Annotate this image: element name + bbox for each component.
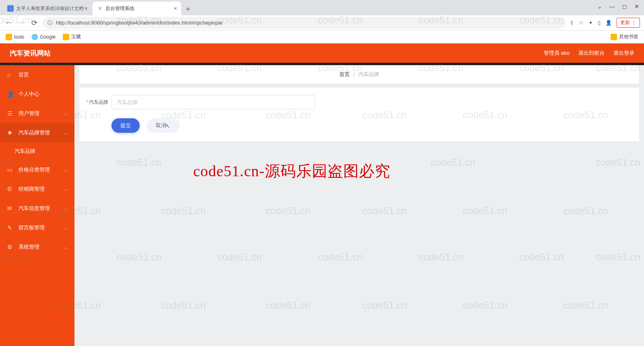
close-icon[interactable]: × xyxy=(85,5,88,12)
home-icon: ⌂ xyxy=(7,72,14,78)
field-label: *汽车品牌 xyxy=(85,99,111,106)
message-icon: ✎ xyxy=(7,224,14,231)
bookmarks-bar: tools 🌐Google 宝藏 其他书签 xyxy=(0,31,644,43)
breadcrumb-current: 汽车品牌 xyxy=(358,71,379,77)
brand-input[interactable] xyxy=(111,95,315,109)
share-icon[interactable]: ⇪ xyxy=(570,20,574,26)
chevron-down-icon: ⌄ xyxy=(64,111,67,116)
app-header: 汽车资讯网站 管理员 abo 退出到前台 退出登录 xyxy=(0,43,644,63)
sidebar-item-system[interactable]: ⚙系统管理⌄ xyxy=(0,237,74,257)
favicon-icon: ▫ xyxy=(7,5,14,12)
favicon-icon: V xyxy=(97,5,103,12)
reload-button[interactable]: ⟳ xyxy=(30,19,39,27)
breadcrumb-card: 首页 / 汽车品牌 xyxy=(79,65,639,84)
info-icon: ⓘ xyxy=(47,19,53,27)
profile-icon[interactable]: 👤 xyxy=(605,20,612,26)
user-icon: 👤 xyxy=(7,91,14,97)
list-icon: ☰ xyxy=(7,110,14,117)
maximize-icon[interactable]: ◻ xyxy=(622,3,627,10)
app-brand: 汽车资讯网站 xyxy=(10,49,51,58)
star-icon[interactable]: ☆ xyxy=(579,20,584,26)
breadcrumb-home[interactable]: 首页 xyxy=(339,71,350,77)
sidebar-subitem-car-brand[interactable]: 汽车品牌 xyxy=(0,142,74,160)
url-text: http://localhost:8080/springbootjtw43/ad… xyxy=(56,20,222,26)
chevron-down-icon: ⌄ xyxy=(64,226,67,230)
brand-icon: ❖ xyxy=(7,130,14,136)
back-button[interactable]: ← xyxy=(4,19,13,27)
tab-title: 太平人寿签章系统详细设计文档 xyxy=(16,5,84,12)
cursor-icon: ↖ xyxy=(165,123,170,129)
extension-icon[interactable]: ✦ xyxy=(588,20,593,26)
close-icon[interactable]: × xyxy=(174,5,177,12)
tab-title: 后台管理系统 xyxy=(105,5,134,12)
gear-icon: ⚙ xyxy=(7,244,14,250)
sidebar-item-car-brand[interactable]: ❖汽车品牌管理⌄ xyxy=(0,123,74,142)
chevron-down-icon: ⌄ xyxy=(64,168,67,172)
minimize-icon[interactable]: ― xyxy=(609,3,615,10)
bookmark-treasure[interactable]: 宝藏 xyxy=(63,33,81,40)
button-row: 提交 取消↖ xyxy=(79,113,639,142)
logout-button[interactable]: 退出登录 xyxy=(613,49,634,57)
sidebar-item-users[interactable]: ☰用户管理⌄ xyxy=(0,104,74,123)
breadcrumb: 首页 / 汽车品牌 xyxy=(79,65,639,84)
dealer-icon: ✆ xyxy=(7,186,14,192)
bookmark-tools[interactable]: tools xyxy=(6,34,24,40)
browser-tab-2[interactable]: V 后台管理系统 × xyxy=(93,2,181,15)
browser-tab-strip: ▫ 太平人寿签章系统详细设计文档 × V 后台管理系统 × + ⌄ ― ◻ ✕ xyxy=(0,0,644,15)
main-content: 首页 / 汽车品牌 *汽车品牌 提交 取消↖ xyxy=(74,65,644,346)
address-bar: ← → ⟳ ⓘ http://localhost:8080/springboot… xyxy=(0,15,644,31)
car-info-icon: ✉ xyxy=(7,205,14,212)
browser-tab-1[interactable]: ▫ 太平人寿签章系统详细设计文档 × xyxy=(3,2,92,15)
url-input[interactable]: ⓘ http://localhost:8080/springbootjtw43/… xyxy=(43,17,566,29)
exit-to-front-button[interactable]: 退出到前台 xyxy=(578,49,605,57)
sidebar-item-car-info[interactable]: ✉汽车信息管理⌄ xyxy=(0,199,74,218)
sidebar-item-price-category[interactable]: ▭价格分类管理⌄ xyxy=(0,160,74,179)
sidebar-item-profile[interactable]: 👤个人中心 xyxy=(0,84,74,104)
sidebar-item-message-board[interactable]: ✎留言板管理⌄ xyxy=(0,218,74,237)
window-controls: ⌄ ― ◻ ✕ xyxy=(597,0,644,15)
sidebar-item-dealer[interactable]: ✆经销商管理⌄ xyxy=(0,179,74,199)
chevron-down-icon: ⌄ xyxy=(64,187,67,192)
close-window-icon[interactable]: ✕ xyxy=(634,3,639,10)
breadcrumb-separator: / xyxy=(353,71,355,77)
other-bookmarks[interactable]: 其他书签 xyxy=(611,33,638,40)
update-button[interactable]: 更新⋮ xyxy=(617,18,640,28)
chevron-down-icon: ⌄ xyxy=(64,245,67,249)
chevron-down-icon: ⌄ xyxy=(64,206,67,211)
form-card: *汽车品牌 提交 取消↖ xyxy=(79,88,639,142)
chevron-down-icon: ⌄ xyxy=(64,131,67,135)
cancel-button[interactable]: 取消↖ xyxy=(147,118,180,133)
form-row-brand: *汽车品牌 xyxy=(79,88,639,113)
new-tab-button[interactable]: + xyxy=(182,3,194,15)
sidebar: ⌂首页 👤个人中心 ☰用户管理⌄ ❖汽车品牌管理⌄ 汽车品牌 ▭价格分类管理⌄ … xyxy=(0,65,74,346)
forward-button[interactable]: → xyxy=(17,19,26,27)
sidebar-item-home[interactable]: ⌂首页 xyxy=(0,65,74,84)
chevron-down-icon[interactable]: ⌄ xyxy=(597,3,602,10)
price-icon: ▭ xyxy=(7,167,14,173)
bookmark-google[interactable]: 🌐Google xyxy=(31,34,56,40)
submit-button[interactable]: 提交 xyxy=(111,118,140,133)
user-label[interactable]: 管理员 abo xyxy=(544,49,570,57)
panel-icon[interactable]: ▯ xyxy=(598,20,601,26)
